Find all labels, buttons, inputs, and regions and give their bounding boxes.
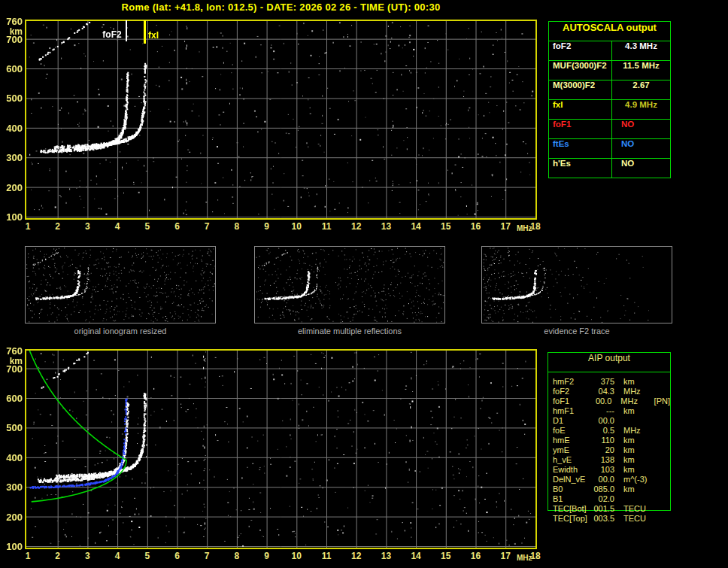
aip-param-unit: km bbox=[623, 377, 652, 387]
autoscala-output-table: AUTOSCALA output foF24.3 MHzMUF(3000)F21… bbox=[548, 21, 671, 178]
aip-param-unit: m^(-3) bbox=[623, 475, 652, 484]
autoscala-param-label: MUF(3000)F2 bbox=[549, 61, 612, 80]
aip-param-label: D1 bbox=[553, 416, 592, 426]
aip-row-foF1: foF100.0MHz[PN] bbox=[548, 396, 670, 406]
profile-y-tick: 300 bbox=[0, 481, 23, 493]
aip-param-label: B1 bbox=[553, 494, 592, 504]
ionogram-x-tick: 3 bbox=[79, 221, 96, 232]
thumbnail-caption-evidence: evidence F2 trace bbox=[481, 327, 672, 336]
aip-param-unit: MHz bbox=[620, 396, 648, 406]
autoscala-row-fxI: fxI4.9 MHz bbox=[549, 100, 670, 120]
aip-param-value: 138 bbox=[592, 455, 614, 465]
ionogram-x-tick: 12 bbox=[348, 221, 365, 232]
autoscala-row-MUF3000F2: MUF(3000)F211.5 MHz bbox=[549, 61, 670, 80]
profile-x-tick: 14 bbox=[408, 551, 424, 561]
ionogram-y-tick: 200 bbox=[0, 182, 23, 193]
aip-param-unit: MHz bbox=[623, 426, 652, 436]
profile-x-tick: 5 bbox=[139, 551, 156, 561]
aip-param-value: 00.0 bbox=[592, 475, 614, 484]
aip-param-unit: MHz bbox=[623, 387, 652, 396]
aip-param-label: foF1 bbox=[553, 396, 590, 406]
profile-x-tick: 15 bbox=[438, 551, 454, 561]
profile-x-unit-label: MHz bbox=[517, 554, 532, 562]
ionogram-x-tick: 8 bbox=[229, 221, 245, 232]
aip-param-value: --- bbox=[592, 406, 614, 416]
aip-param-label: B0 bbox=[553, 484, 592, 494]
aip-row-Ewidth: Ewidth103km bbox=[548, 465, 670, 475]
thumbnail-f2-trace-canvas bbox=[481, 246, 672, 323]
aip-param-label: DelN_vE bbox=[553, 475, 592, 484]
profile-x-tick: 8 bbox=[229, 551, 245, 561]
ionogram-x-tick: 10 bbox=[288, 221, 305, 232]
aip-param-unit bbox=[623, 416, 652, 426]
autoscala-param-value: NO bbox=[612, 139, 670, 158]
autoscala-param-value: NO bbox=[612, 120, 670, 138]
autoscala-param-label: fxI bbox=[549, 100, 612, 119]
ionogram-y-tick: 400 bbox=[0, 123, 23, 134]
ionogram-y-tick: 100 bbox=[0, 211, 23, 223]
profile-x-tick: 17 bbox=[497, 551, 514, 561]
profile-y-tick: 400 bbox=[0, 452, 23, 463]
autoscala-output-title: AUTOSCALA output bbox=[549, 22, 670, 41]
profile-x-tick: 9 bbox=[259, 551, 275, 561]
ionogram-x-tick: 7 bbox=[199, 221, 215, 232]
aip-output-title: AIP output bbox=[548, 353, 670, 372]
ionogram-x-tick: 13 bbox=[378, 221, 394, 232]
profile-y-tick: 600 bbox=[0, 393, 23, 404]
aip-row-hmF1: hmF1---km bbox=[548, 406, 670, 416]
aip-output-table: AIP output hmF2375kmfoF204.3MHzfoF100.0M… bbox=[548, 352, 671, 511]
aip-param-label: hmF1 bbox=[553, 406, 592, 416]
aip-param-unit: km bbox=[623, 484, 652, 494]
ionogram-plot-canvas bbox=[25, 20, 537, 220]
autoscala-param-label: foF1 bbox=[549, 120, 612, 138]
aip-param-label: h_vE bbox=[553, 455, 592, 465]
profile-x-tick: 12 bbox=[348, 551, 365, 561]
ionogram-x-tick: 16 bbox=[468, 221, 484, 232]
ionogram-y-unit-label: km bbox=[0, 26, 23, 37]
ionogram-x-tick: 2 bbox=[50, 221, 66, 232]
fxi-marker-line bbox=[144, 20, 146, 44]
ionogram-y-tick: 760 bbox=[0, 16, 23, 27]
aip-param-value: 110 bbox=[592, 436, 614, 445]
aip-param-unit: km bbox=[623, 465, 652, 475]
aip-param-value: 00.0 bbox=[592, 416, 614, 426]
profile-x-tick: 13 bbox=[378, 551, 394, 561]
aip-row-hmF2: hmF2375km bbox=[548, 377, 670, 387]
ionogram-x-tick: 14 bbox=[408, 221, 424, 232]
aip-row-TECTop: TEC[Top]003.5TECU bbox=[548, 514, 670, 524]
autoscala-row-M3000F2: M(3000)F22.67 bbox=[549, 80, 670, 100]
aip-param-unit: km bbox=[623, 406, 652, 416]
aip-param-label: foE bbox=[553, 426, 592, 436]
aip-param-value: 001.5 bbox=[592, 504, 614, 514]
autoscala-output-rows: foF24.3 MHzMUF(3000)F211.5 MHzM(3000)F22… bbox=[549, 41, 670, 178]
ionogram-y-tick: 600 bbox=[0, 63, 23, 74]
autoscala-screen: Rome (lat: +41.8, lon: 012.5) - DATE: 20… bbox=[0, 0, 728, 568]
aip-param-value: 103 bbox=[592, 465, 614, 475]
ionogram-x-tick: 9 bbox=[259, 221, 275, 232]
aip-param-value: 375 bbox=[592, 377, 614, 387]
ionogram-x-tick: 15 bbox=[438, 221, 454, 232]
profile-x-tick: 7 bbox=[199, 551, 215, 561]
aip-param-value: 02.0 bbox=[592, 494, 614, 504]
profile-y-tick: 100 bbox=[0, 541, 23, 552]
aip-param-value: 04.3 bbox=[592, 387, 614, 396]
aip-param-label: foF2 bbox=[553, 387, 592, 396]
profile-x-tick: 2 bbox=[50, 551, 66, 561]
aip-param-unit: km bbox=[623, 455, 652, 465]
autoscala-row-foF2: foF24.3 MHz bbox=[549, 41, 670, 61]
autoscala-row-hEs: h'EsNO bbox=[549, 159, 670, 178]
aip-row-hvE: h_vE138km bbox=[548, 455, 670, 465]
thumbnail-caption-original: original ionogram resized bbox=[25, 327, 216, 336]
aip-row-DelNvE: DelN_vE00.0m^(-3) bbox=[548, 475, 670, 484]
autoscala-param-value: NO bbox=[612, 159, 670, 178]
profile-y-unit-label: km bbox=[0, 356, 23, 366]
profile-x-tick: 6 bbox=[169, 551, 186, 561]
ionogram-x-tick: 11 bbox=[318, 221, 335, 232]
ionogram-x-tick: 6 bbox=[169, 221, 186, 232]
aip-param-note: [PN] bbox=[654, 396, 670, 406]
aip-output-rows: hmF2375kmfoF204.3MHzfoF100.0MHz[PN]hmF1-… bbox=[548, 377, 670, 524]
autoscala-param-value: 2.67 bbox=[612, 80, 670, 99]
ionogram-x-unit-label: MHz bbox=[517, 224, 532, 232]
aip-row-foF2: foF204.3MHz bbox=[548, 387, 670, 396]
autoscala-param-label: M(3000)F2 bbox=[549, 80, 612, 99]
